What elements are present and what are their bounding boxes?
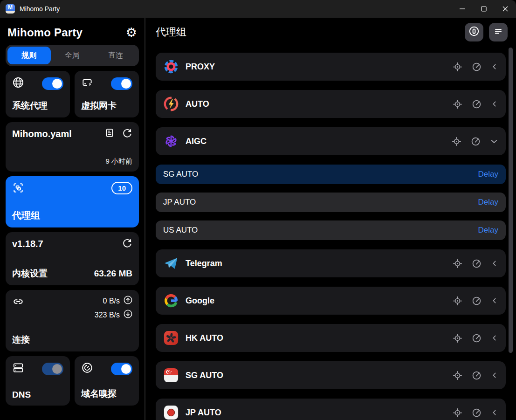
- proxy-group-list: PROXY AUTO AIGC: [145, 47, 516, 420]
- main-panel: 代理组: [145, 18, 516, 420]
- connections-card[interactable]: 0 B/s 323 B/s 连接: [6, 290, 139, 351]
- profile-refresh-icon[interactable]: [122, 128, 132, 140]
- profile-updated-time: 9 小时前: [12, 157, 132, 166]
- group-list-style-button[interactable]: [489, 23, 508, 41]
- openai-icon: [163, 133, 179, 149]
- proxy-node-row[interactable]: JP AUTODelay: [156, 193, 506, 212]
- delay-test-gauge-icon[interactable]: [472, 371, 482, 380]
- tab-rule-mode[interactable]: 规则: [7, 47, 51, 64]
- proxy-group-row[interactable]: SG AUTO: [156, 361, 506, 389]
- locate-current-node-icon[interactable]: [453, 371, 462, 380]
- dns-server-icon: [12, 362, 24, 376]
- sniff-card[interactable]: 域名嗅探: [75, 356, 139, 406]
- sidebar-item-proxy-groups[interactable]: 10 代理组: [6, 176, 139, 227]
- maximize-button[interactable]: [473, 0, 495, 18]
- proxy-group-name: Google: [186, 296, 214, 306]
- app-logo-icon: M: [6, 4, 15, 14]
- proxy-group-name: Telegram: [186, 259, 222, 269]
- delay-test-gauge-icon[interactable]: [472, 408, 482, 418]
- sniff-radar-icon: [81, 362, 93, 376]
- delay-test-link[interactable]: Delay: [478, 198, 498, 207]
- tab-global-mode[interactable]: 全局: [51, 47, 94, 64]
- proxy-group-name: HK AUTO: [186, 333, 223, 343]
- delay-test-gauge-icon[interactable]: [472, 259, 482, 269]
- chevron-left-icon[interactable]: [491, 260, 498, 267]
- titlebar-title: Mihomo Party: [20, 5, 60, 13]
- chevron-left-icon[interactable]: [491, 297, 498, 304]
- proxy-group-name: SG AUTO: [186, 371, 223, 380]
- proxy-group-row[interactable]: Telegram: [156, 249, 506, 277]
- dns-toggle[interactable]: [42, 363, 63, 375]
- zero-circle-icon: [468, 26, 480, 39]
- profile-document-icon[interactable]: [104, 128, 115, 140]
- download-arrow-icon: [124, 310, 132, 320]
- proxy-group-row[interactable]: AIGC: [156, 127, 506, 155]
- chevron-left-icon[interactable]: [491, 372, 498, 379]
- link-icon: [12, 296, 24, 320]
- locate-current-node-icon[interactable]: [452, 137, 461, 146]
- core-refresh-icon[interactable]: [122, 238, 132, 250]
- delay-test-link[interactable]: Delay: [478, 226, 498, 235]
- core-settings-label: 内核设置: [12, 268, 48, 280]
- tun-toggle[interactable]: [111, 77, 132, 90]
- system-proxy-card[interactable]: 系统代理: [6, 71, 70, 117]
- core-card[interactable]: v1.18.7 内核设置 63.26 MB: [6, 232, 139, 285]
- chevron-left-icon[interactable]: [491, 63, 498, 70]
- proxy-groups-count-badge: 10: [111, 182, 132, 194]
- flag-jp-icon: [163, 405, 179, 420]
- system-proxy-toggle[interactable]: [42, 77, 63, 90]
- sniff-label: 域名嗅探: [81, 388, 132, 400]
- chevron-left-icon[interactable]: [491, 100, 498, 108]
- chevron-left-icon[interactable]: [491, 334, 498, 342]
- proxy-group-name: AIGC: [186, 137, 206, 146]
- delay-test-gauge-icon[interactable]: [472, 333, 482, 343]
- dns-card[interactable]: DNS: [6, 356, 70, 406]
- lines-icon: [493, 26, 503, 38]
- locate-current-node-icon[interactable]: [453, 62, 462, 72]
- proxy-groups-label: 代理组: [12, 209, 132, 222]
- delay-test-gauge-icon[interactable]: [472, 296, 482, 306]
- tun-card[interactable]: 虚拟网卡: [75, 71, 139, 117]
- proxy-group-row[interactable]: Google: [156, 287, 506, 315]
- sniff-toggle[interactable]: [111, 363, 132, 375]
- proxy-group-row[interactable]: PROXY: [156, 53, 506, 81]
- proxy-node-row[interactable]: US AUTODelay: [156, 220, 506, 240]
- locate-current-node-icon[interactable]: [453, 99, 462, 109]
- delay-test-gauge-icon[interactable]: [472, 99, 482, 109]
- sidebar: Mihomo Party ⚙ 规则 全局 直连: [0, 18, 145, 420]
- proxy-node-name: US AUTO: [163, 226, 198, 235]
- proxy-group-row[interactable]: JP AUTO: [156, 399, 506, 420]
- upload-arrow-icon: [124, 296, 132, 306]
- locate-current-node-icon[interactable]: [453, 408, 462, 418]
- delay-test-link[interactable]: Delay: [478, 170, 498, 179]
- locate-current-node-icon[interactable]: [453, 296, 462, 306]
- proxy-node-row[interactable]: SG AUTODelay: [156, 165, 506, 184]
- sidebar-title: Mihomo Party: [7, 26, 83, 39]
- delay-test-gauge-icon[interactable]: [472, 62, 482, 72]
- settings-gear-icon[interactable]: ⚙: [126, 27, 137, 39]
- proxy-group-row[interactable]: AUTO: [156, 90, 506, 118]
- locate-current-node-icon[interactable]: [453, 333, 462, 343]
- proxy-node-name: SG AUTO: [163, 170, 198, 179]
- app-window: M Mihomo Party Mihomo Party ⚙ 规则 全局 直: [0, 0, 516, 420]
- minimize-button[interactable]: [452, 0, 473, 18]
- proxy-icon: [163, 59, 179, 75]
- chevron-left-icon[interactable]: [491, 409, 498, 416]
- profile-card[interactable]: Mihomo.yaml: [6, 122, 139, 172]
- download-speed: 323 B/s: [95, 311, 120, 319]
- connections-label: 连接: [12, 334, 132, 346]
- proxy-group-row[interactable]: HK AUTO: [156, 324, 506, 352]
- locate-current-node-icon[interactable]: [453, 259, 462, 269]
- core-version: v1.18.7: [12, 239, 43, 249]
- delay-display-toggle-button[interactable]: [465, 23, 483, 41]
- profile-name: Mihomo.yaml: [12, 129, 72, 139]
- proxy-group-name: JP AUTO: [186, 408, 221, 418]
- chevron-down-icon[interactable]: [490, 137, 498, 145]
- flag-hk-icon: [163, 330, 179, 346]
- close-button[interactable]: [495, 0, 516, 18]
- delay-test-gauge-icon[interactable]: [471, 137, 481, 146]
- tab-direct-mode[interactable]: 直连: [94, 47, 137, 64]
- tun-device-icon: [81, 76, 93, 90]
- scrollbar[interactable]: [509, 48, 513, 353]
- bolt-icon: [163, 96, 179, 112]
